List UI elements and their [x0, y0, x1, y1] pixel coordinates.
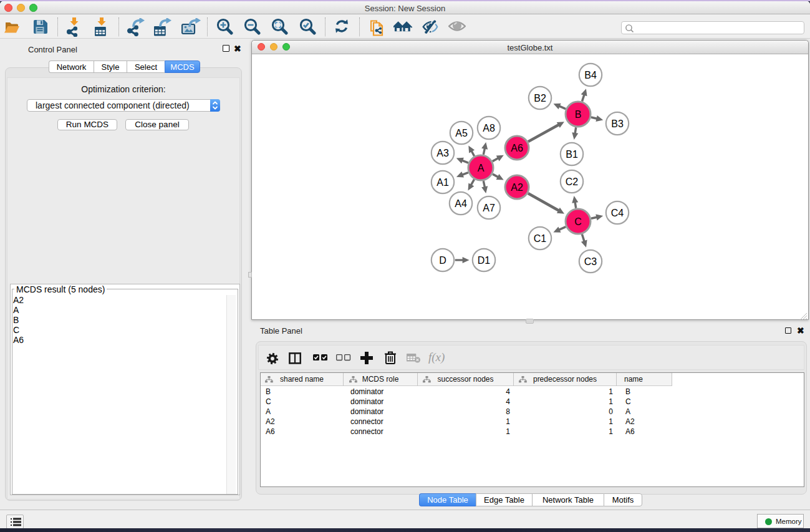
svg-text:C3: C3: [584, 256, 597, 267]
svg-text:A3: A3: [436, 148, 449, 158]
svg-text:A: A: [478, 163, 485, 173]
svg-text:C2: C2: [566, 177, 579, 187]
svg-text:A4: A4: [455, 198, 467, 209]
svg-text:B2: B2: [534, 93, 546, 104]
svg-text:B1: B1: [566, 149, 578, 160]
svg-text:A2: A2: [511, 182, 523, 193]
svg-text:C1: C1: [534, 233, 547, 244]
svg-text:A1: A1: [436, 177, 449, 188]
svg-text:B3: B3: [611, 118, 624, 129]
svg-text:B: B: [575, 109, 582, 120]
svg-text:D: D: [439, 255, 446, 266]
svg-text:A8: A8: [483, 123, 495, 133]
svg-text:D1: D1: [478, 255, 491, 266]
svg-text:B4: B4: [584, 70, 597, 80]
svg-text:A5: A5: [455, 128, 468, 138]
svg-text:A7: A7: [483, 203, 495, 213]
svg-text:C4: C4: [611, 208, 624, 218]
svg-text:C: C: [574, 216, 582, 227]
svg-text:A6: A6: [511, 143, 523, 153]
